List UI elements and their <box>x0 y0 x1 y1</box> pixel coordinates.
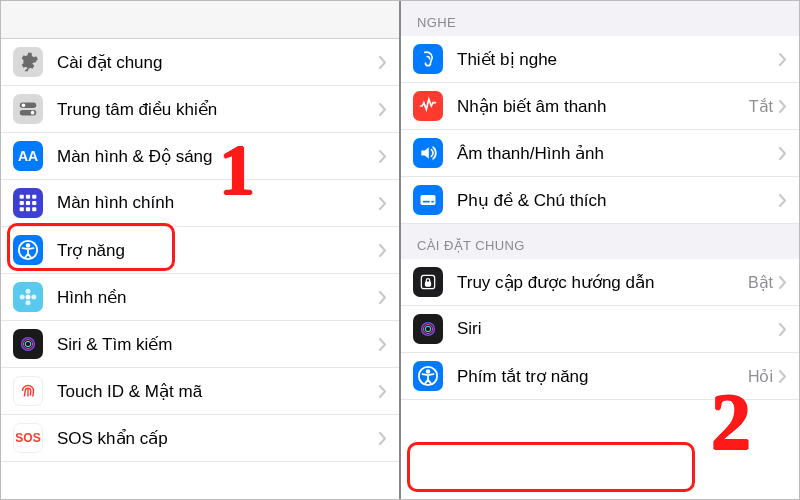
chevron-icon <box>379 432 387 445</box>
chevron-icon <box>779 323 787 336</box>
row-value: Tắt <box>749 97 773 116</box>
grid-icon <box>13 188 43 218</box>
settings-left-pane: Cài đặt chungTrung tâm điều khiểnAAMàn h… <box>1 1 399 499</box>
svg-point-19 <box>31 295 36 300</box>
accessibility-icon <box>413 361 443 391</box>
chevron-icon <box>379 150 387 163</box>
siri-icon <box>413 314 443 344</box>
row-tr-n-ng[interactable]: Trợ năng <box>1 227 399 274</box>
svg-rect-4 <box>20 195 24 199</box>
svg-point-18 <box>20 295 25 300</box>
svg-point-17 <box>26 300 31 305</box>
svg-rect-12 <box>32 207 36 211</box>
row-label: Nhận biết âm thanh <box>457 96 749 117</box>
row-label: Âm thanh/Hình ảnh <box>457 143 779 164</box>
row-label: Truy cập được hướng dẫn <box>457 272 748 293</box>
row-label: Trợ năng <box>57 240 379 261</box>
section-header: CÀI ĐẶT CHUNG <box>401 224 799 259</box>
switch-icon <box>13 94 43 124</box>
row-siri[interactable]: Siri <box>401 306 799 353</box>
svg-point-1 <box>22 104 26 108</box>
svg-rect-9 <box>32 201 36 205</box>
row-truy-c-p-c-h-ng-d-n[interactable]: Truy cập được hướng dẫnBật <box>401 259 799 306</box>
row-m-n-h-nh-ch-nh[interactable]: Màn hình chính <box>1 180 399 227</box>
row-ph-ch-th-ch[interactable]: Phụ đề & Chú thích <box>401 177 799 224</box>
chevron-icon <box>379 338 387 351</box>
wave-icon <box>413 91 443 121</box>
chevron-icon <box>379 197 387 210</box>
left-header <box>1 1 399 39</box>
svg-rect-6 <box>32 195 36 199</box>
row-label: Cài đặt chung <box>57 52 379 73</box>
row-label: Phụ đề & Chú thích <box>457 190 779 211</box>
row-label: Touch ID & Mật mã <box>57 381 379 402</box>
chevron-icon <box>779 100 787 113</box>
row-value: Bật <box>748 273 773 292</box>
chevron-icon <box>379 103 387 116</box>
svg-point-16 <box>26 289 31 294</box>
chevron-icon <box>779 53 787 66</box>
lock-icon <box>413 267 443 297</box>
chevron-icon <box>779 147 787 160</box>
chevron-icon <box>379 244 387 257</box>
section-header: NGHE <box>401 1 799 36</box>
chevron-icon <box>779 370 787 383</box>
row-touch-id-m-t-m-[interactable]: Touch ID & Mật mã <box>1 368 399 415</box>
row-m-n-h-nh-s-ng[interactable]: AAMàn hình & Độ sáng <box>1 133 399 180</box>
subtitle-icon <box>413 185 443 215</box>
highlight-step2 <box>407 442 695 492</box>
sos-icon: SOS <box>13 423 43 453</box>
svg-rect-28 <box>426 282 431 286</box>
row-value: Hỏi <box>748 367 773 386</box>
row-c-i-t-chung[interactable]: Cài đặt chung <box>1 39 399 86</box>
svg-point-3 <box>31 111 35 115</box>
row-siri-t-m-ki-m[interactable]: Siri & Tìm kiếm <box>1 321 399 368</box>
row-label: Thiết bị nghe <box>457 49 779 70</box>
chevron-icon <box>379 385 387 398</box>
svg-point-15 <box>26 295 31 300</box>
aa-icon: AA <box>13 141 43 171</box>
svg-rect-5 <box>26 195 30 199</box>
svg-rect-11 <box>26 207 30 211</box>
settings-right-pane: NGHEThiết bị ngheNhận biết âm thanhTắtÂm… <box>399 1 799 499</box>
svg-rect-26 <box>431 201 434 203</box>
svg-rect-7 <box>20 201 24 205</box>
row--m-thanh-h-nh-nh[interactable]: Âm thanh/Hình ảnh <box>401 130 799 177</box>
gear-icon <box>13 47 43 77</box>
siri-icon <box>13 329 43 359</box>
svg-rect-10 <box>20 207 24 211</box>
chevron-icon <box>779 194 787 207</box>
row-label: Hình nền <box>57 287 379 308</box>
chevron-icon <box>379 56 387 69</box>
ear-icon <box>413 44 443 74</box>
row-label: Màn hình chính <box>57 193 379 213</box>
flower-icon <box>13 282 43 312</box>
svg-point-34 <box>427 370 430 373</box>
chevron-icon <box>779 276 787 289</box>
svg-rect-25 <box>423 201 430 203</box>
left-list: Cài đặt chungTrung tâm điều khiểnAAMàn h… <box>1 39 399 462</box>
row-label: Trung tâm điều khiển <box>57 99 379 120</box>
row-nh-n-bi-t-m-thanh[interactable]: Nhận biết âm thanhTắt <box>401 83 799 130</box>
row-label: Màn hình & Độ sáng <box>57 146 379 167</box>
row-sos-kh-n-c-p[interactable]: SOSSOS khẩn cấp <box>1 415 399 462</box>
row-trung-t-m-i-u-khi-n[interactable]: Trung tâm điều khiển <box>1 86 399 133</box>
svg-rect-24 <box>421 195 436 205</box>
row-label: Siri & Tìm kiếm <box>57 334 379 355</box>
speaker-icon <box>413 138 443 168</box>
right-content: NGHEThiết bị ngheNhận biết âm thanhTắtÂm… <box>401 1 799 400</box>
chevron-icon <box>379 291 387 304</box>
row-label: Phím tắt trợ năng <box>457 366 748 387</box>
row-thi-t-b-nghe[interactable]: Thiết bị nghe <box>401 36 799 83</box>
row-label: SOS khẩn cấp <box>57 428 379 449</box>
touchid-icon <box>13 376 43 406</box>
accessibility-icon <box>13 235 43 265</box>
row-h-nh-n-n[interactable]: Hình nền <box>1 274 399 321</box>
svg-rect-8 <box>26 201 30 205</box>
row-ph-m-t-t-tr-n-ng[interactable]: Phím tắt trợ năngHỏi <box>401 353 799 400</box>
row-label: Siri <box>457 319 779 339</box>
svg-point-14 <box>27 244 30 247</box>
